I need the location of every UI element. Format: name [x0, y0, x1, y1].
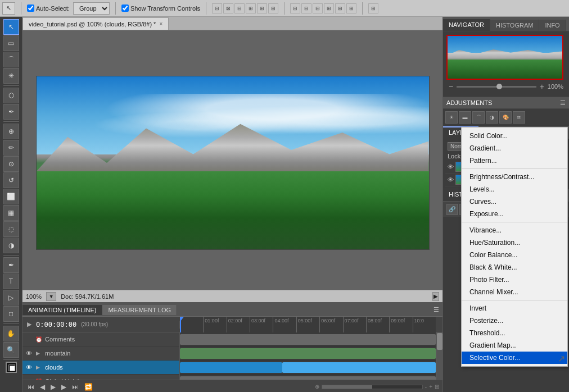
animation-timeline-tab[interactable]: ANIMATION (TIMELINE) [22, 305, 102, 315]
menu-levels[interactable]: Levels... [462, 183, 567, 195]
link-layers-btn[interactable]: 🔗 [446, 204, 458, 215]
tl-expand-clouds[interactable]: ▶ [36, 364, 43, 370]
group-select[interactable]: Group [73, 2, 110, 15]
dist-bottom-icon[interactable]: ⊞ [346, 3, 356, 13]
align-center-icon[interactable]: ⊠ [223, 3, 233, 13]
shape-tool[interactable]: □ [3, 306, 19, 322]
align-left-icon[interactable]: ⊟ [212, 3, 222, 13]
measurement-log-tab[interactable]: MEASUREMENT LOG [102, 305, 177, 315]
menu-color-balance[interactable]: Color Balance... [462, 249, 567, 261]
adjustments-menu-btn[interactable]: ☰ [560, 99, 566, 107]
tl-vis-mountain[interactable]: 👁 [26, 350, 34, 357]
path-select-tool[interactable]: ▷ [3, 290, 19, 306]
timeline-scrollbar-thumb[interactable] [437, 333, 442, 350]
menu-gradient[interactable]: Gradient... [462, 142, 567, 154]
menu-threshold[interactable]: Threshold... [462, 327, 567, 339]
tl-zoom-in-btn[interactable]: + [429, 384, 432, 390]
menu-selective-color[interactable]: Selective Color... [462, 352, 567, 364]
layer-vis-clouds-icon[interactable]: 👁 [448, 163, 454, 170]
dist-center-icon[interactable]: ⊟ [301, 3, 311, 13]
menu-black-white[interactable]: Black & White... [462, 261, 567, 274]
align-right-icon[interactable]: ⊟ [234, 3, 245, 13]
dist-left-icon[interactable]: ⊟ [290, 3, 300, 13]
tl-zoom-out-btn[interactable]: - [425, 384, 427, 390]
menu-channel-mixer[interactable]: Channel Mixer... [462, 286, 567, 298]
timeline-scrollbar[interactable] [436, 332, 442, 380]
menu-exposure[interactable]: Exposure... [462, 208, 567, 220]
tab-close-btn[interactable]: × [159, 21, 162, 27]
adj-levels-icon[interactable]: ▬ [459, 111, 471, 124]
pen-tool[interactable]: ✒ [3, 257, 19, 273]
menu-gradient-map[interactable]: Gradient Map... [462, 339, 567, 352]
nav-zoom-handle[interactable] [496, 84, 502, 89]
align-bottom-icon[interactable]: ⊞ [268, 3, 278, 13]
tl-fit-btn[interactable]: ⊞ [435, 384, 439, 390]
selection-tool[interactable]: ↖ [3, 19, 19, 35]
dist-top-icon[interactable]: ⊞ [324, 3, 334, 13]
tl-goto-end-btn[interactable]: ⏭ [70, 383, 80, 391]
tl-expand-mountain[interactable]: ▶ [36, 350, 43, 356]
menu-solid-color[interactable]: Solid Color... [462, 130, 567, 142]
dodge-tool[interactable]: ◑ [3, 238, 19, 253]
show-transform-checkbox[interactable] [121, 4, 129, 12]
brush-tool[interactable]: ✏ [3, 140, 19, 156]
tl-scroll-thumb[interactable] [322, 385, 372, 389]
histogram-tab[interactable]: HISTOGRAM [490, 19, 539, 31]
tl-play-btn[interactable]: ▶ [27, 321, 31, 328]
auto-select-checkbox[interactable] [27, 4, 34, 12]
clone-tool[interactable]: ⊙ [3, 156, 19, 172]
menu-vibrance[interactable]: Vibrance... [462, 224, 567, 236]
info-tab[interactable]: INFO [539, 19, 566, 31]
eraser-tool[interactable]: ⬜ [3, 189, 19, 204]
menu-brightness-contrast[interactable]: Brightness/Contrast... [462, 171, 567, 183]
adj-exposure-icon[interactable]: ◑ [486, 111, 498, 124]
nav-zoom-slider[interactable] [457, 86, 536, 88]
eyedropper-tool[interactable]: ✒ [3, 104, 19, 120]
tl-layer-clouds[interactable]: 👁 ▶ clouds [22, 361, 179, 375]
navigator-tab[interactable]: NAVIGATOR [443, 19, 490, 31]
tl-loop-btn[interactable]: 🔁 [83, 383, 94, 391]
menu-hue-saturation[interactable]: Hue/Saturation... [462, 236, 567, 249]
healing-tool[interactable]: ⊕ [3, 124, 19, 139]
tl-goto-start-btn[interactable]: ⏮ [26, 383, 36, 391]
layer-vis-mountain-icon[interactable]: 👁 [448, 176, 454, 183]
gradient-tool[interactable]: ▦ [3, 205, 19, 221]
menu-invert[interactable]: Invert [462, 302, 567, 314]
menu-pattern[interactable]: Pattern... [462, 154, 567, 167]
tl-scroll-track[interactable] [322, 385, 423, 389]
hand-tool[interactable]: ✋ [3, 326, 19, 341]
adj-curves-icon[interactable]: ⌒ [472, 111, 485, 124]
type-tool[interactable]: T [3, 274, 19, 289]
crop-tool[interactable]: ⬡ [3, 88, 19, 103]
magic-wand-tool[interactable]: ✳ [3, 68, 19, 84]
zoom-options-btn[interactable]: ▼ [46, 292, 56, 301]
status-menu-btn[interactable]: ▶ [432, 292, 439, 301]
tl-next-frame-btn[interactable]: ▶ [60, 383, 68, 391]
align-top-icon[interactable]: ⊞ [246, 3, 256, 13]
menu-posterize[interactable]: Posterize... [462, 314, 567, 327]
zoom-tool[interactable]: 🔍 [3, 342, 19, 358]
adj-brightness-icon[interactable]: ☀ [445, 111, 458, 124]
tl-play-stop-btn[interactable]: ▶ [49, 383, 57, 391]
document-tab[interactable]: video_tutorial.psd @ 100% (clouds, RGB/8… [22, 17, 169, 30]
foreground-color[interactable] [6, 362, 17, 373]
move-tool-btn[interactable]: ↖ [2, 2, 15, 15]
history-brush-tool[interactable]: ↺ [3, 172, 19, 188]
timeline-menu-btn[interactable]: ☰ [430, 304, 442, 315]
tl-vis-clouds[interactable]: 👁 [26, 364, 34, 371]
tl-duration-btn[interactable]: ⊕ [315, 384, 319, 390]
nav-panel-menu-btn[interactable]: ☰ [566, 19, 569, 31]
menu-curves[interactable]: Curves... [462, 195, 567, 208]
nav-zoom-in-btn[interactable]: + [540, 82, 544, 91]
arrange-icon[interactable]: ⊞ [368, 3, 378, 13]
nav-zoom-out-btn[interactable]: − [449, 82, 453, 91]
blur-tool[interactable]: ◌ [3, 221, 19, 237]
marquee-tool[interactable]: ▭ [3, 35, 19, 51]
dist-middle-icon[interactable]: ⊞ [335, 3, 345, 13]
dist-right-icon[interactable]: ⊟ [313, 3, 323, 13]
adj-vibrance-icon[interactable]: 🎨 [499, 111, 512, 124]
adj-hsl-icon[interactable]: ≋ [513, 111, 525, 124]
tl-prev-frame-btn[interactable]: ◀ [38, 383, 47, 391]
lasso-tool[interactable]: ⌒ [3, 52, 19, 67]
menu-photo-filter[interactable]: Photo Filter... [462, 274, 567, 286]
